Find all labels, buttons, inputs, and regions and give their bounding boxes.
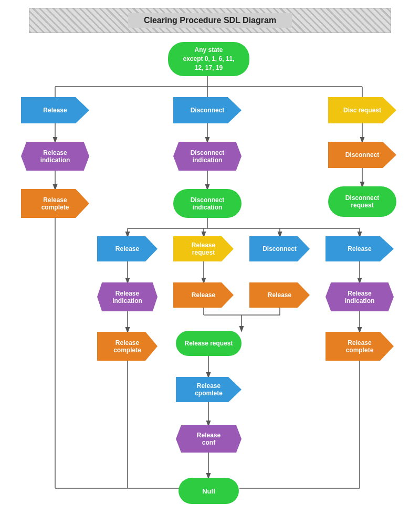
disconnect-c2-node: Disconnect xyxy=(249,236,310,261)
release-c2-node: Release xyxy=(97,236,158,261)
title-background: Clearing Procedure SDL Diagram xyxy=(29,8,391,33)
release-complete-c2-label: Release complete xyxy=(113,339,141,354)
disconnect-request-label: Disconnect request xyxy=(345,194,380,209)
disconnect-center-node: Disconnect xyxy=(173,97,242,123)
release-c2b-label: Release xyxy=(192,291,215,299)
release-cpomlete-label: Release cpomlete xyxy=(195,382,223,397)
disc-request-right-node: Disc request xyxy=(328,97,396,123)
release-r2-node: Release xyxy=(326,236,394,261)
release-indication-left-label: Release indication xyxy=(40,149,70,164)
release-request-c2-node: Release request xyxy=(173,236,234,261)
release-r2-label: Release xyxy=(348,245,371,253)
release-indication-r2-node: Release indication xyxy=(326,282,394,311)
release-conf-label: Release conf xyxy=(197,432,220,446)
release-c2c-node: Release xyxy=(249,282,310,308)
disconnect-right-node: Disconnect xyxy=(328,142,396,168)
disconnect-request-node: Disconnect request xyxy=(328,186,396,217)
any-state-node: Any state except 0, 1, 6, 11, 12, 17, 19 xyxy=(168,42,249,76)
disconnect-indication-1-node: Disconnect indication xyxy=(173,142,242,171)
release-left-label: Release xyxy=(43,107,67,114)
disconnect-right-label: Disconnect xyxy=(345,151,380,159)
any-state-label: Any state except 0, 1, 6, 11, 12, 17, 19 xyxy=(183,46,234,72)
release-cpomlete-node: Release cpomlete xyxy=(176,377,242,402)
disconnect-indication-2-label: Disconnect indication xyxy=(191,196,225,211)
release-conf-node: Release conf xyxy=(176,425,242,453)
release-complete-r2-label: Release complete xyxy=(346,339,374,354)
release-indication-c2-node: Release indication xyxy=(97,282,158,311)
title: Clearing Procedure SDL Diagram xyxy=(128,13,292,28)
release-complete-c2-node: Release complete xyxy=(97,332,158,361)
disconnect-indication-1-label: Disconnect indication xyxy=(191,149,225,164)
diagram-container: Clearing Procedure SDL Diagram xyxy=(0,0,420,525)
release-complete-left-label: Release complete xyxy=(41,196,69,211)
release-indication-left-node: Release indication xyxy=(21,142,89,171)
release-c2b-node: Release xyxy=(173,282,234,308)
release-request-c2-label: Release request xyxy=(192,242,215,256)
release-left-node: Release xyxy=(21,97,89,123)
release-c2-label: Release xyxy=(116,245,139,253)
release-request-c3-label: Release request xyxy=(184,340,233,347)
release-indication-c2-label: Release indication xyxy=(112,290,142,304)
disconnect-c2-label: Disconnect xyxy=(262,245,297,253)
release-complete-left-node: Release complete xyxy=(21,189,89,218)
release-complete-r2-node: Release complete xyxy=(326,332,394,361)
release-c2c-label: Release xyxy=(268,291,291,299)
null-label: Null xyxy=(202,487,215,495)
disconnect-indication-2-node: Disconnect indication xyxy=(173,189,242,218)
disc-request-label: Disc request xyxy=(343,107,381,114)
disconnect-center-label: Disconnect xyxy=(191,107,225,114)
release-request-c3-node: Release request xyxy=(176,331,242,356)
release-indication-r2-label: Release indication xyxy=(345,290,375,304)
null-node: Null xyxy=(178,478,239,504)
